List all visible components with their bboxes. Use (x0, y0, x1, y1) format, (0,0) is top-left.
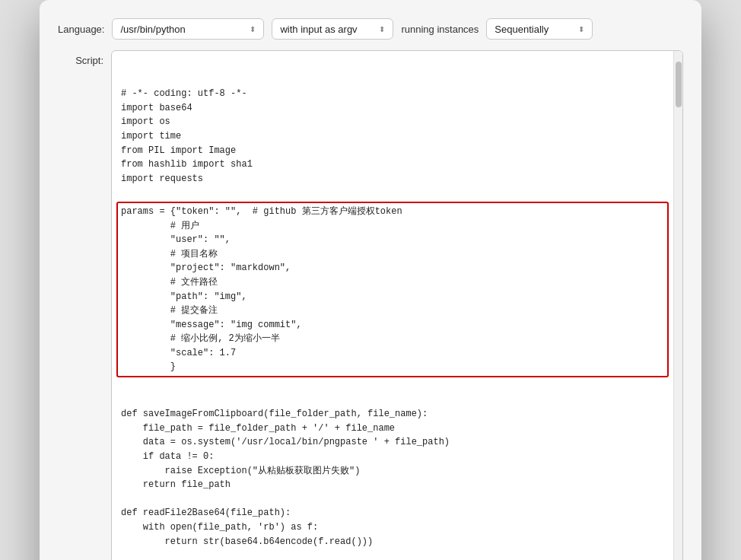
code-after: def saveImageFromClipboard(file_folder_p… (121, 379, 664, 549)
running-instances-label: running instances (401, 24, 479, 35)
sequential-dropdown[interactable]: Sequentially ⬍ (486, 18, 593, 40)
code-before: # -*- coding: utf-8 -*- import base64 im… (121, 87, 664, 200)
input-chevron-icon: ⬍ (379, 25, 385, 33)
script-row: Script: # -*- coding: utf-8 -*- import b… (58, 50, 683, 560)
script-label: Script: (58, 50, 103, 560)
language-chevron-icon: ⬍ (250, 25, 256, 33)
script-editor[interactable]: # -*- coding: utf-8 -*- import base64 im… (112, 51, 673, 560)
language-dropdown[interactable]: /usr/bin/python ⬍ (112, 18, 264, 40)
sequential-chevron-icon: ⬍ (578, 25, 584, 33)
input-dropdown[interactable]: with input as argv ⬍ (272, 18, 393, 40)
scrollbar-track (673, 51, 682, 560)
scrollbar-thumb[interactable] (676, 62, 682, 107)
sequential-value: Sequentially (495, 24, 549, 35)
code-highlighted-block: params = {"token": "", # github 第三方客户端授权… (116, 202, 669, 377)
language-value: /usr/bin/python (120, 24, 185, 35)
language-label: Language: (58, 24, 104, 35)
input-value: with input as argv (280, 24, 357, 35)
script-editor-container: # -*- coding: utf-8 -*- import base64 im… (111, 50, 683, 560)
script-editor-dialog: Language: /usr/bin/python ⬍ with input a… (40, 0, 701, 560)
toolbar-row: Language: /usr/bin/python ⬍ with input a… (58, 18, 683, 40)
